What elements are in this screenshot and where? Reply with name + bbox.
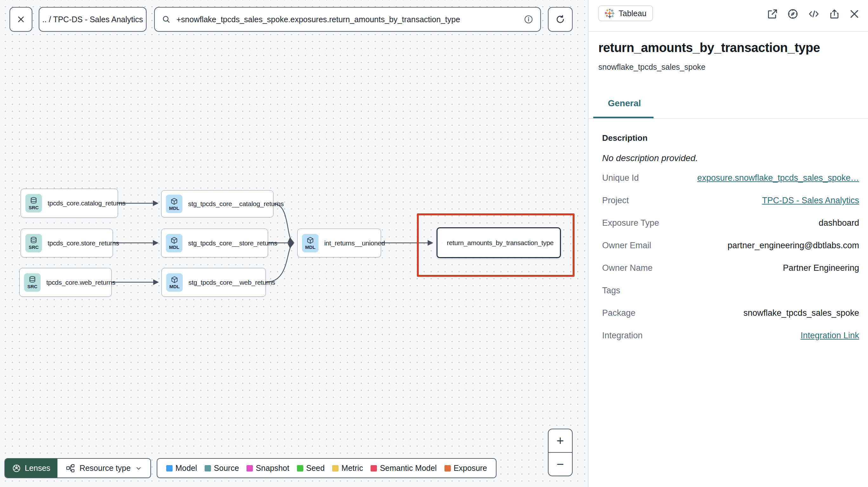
- breadcrumb[interactable]: .. / TPC-DS - Sales Analytics: [39, 7, 147, 32]
- chip-label: MDL: [169, 245, 180, 250]
- resource-type-icon: [66, 463, 75, 473]
- model-chip: MDL: [166, 273, 183, 292]
- chip-label: MDL: [169, 206, 180, 210]
- unique-id-link[interactable]: exposure.snowflake_tpcds_sales_spoke…: [697, 173, 859, 183]
- chip-label: SRC: [27, 284, 37, 289]
- legend-swatch: [297, 465, 303, 472]
- project-link[interactable]: TPC-DS - Sales Analytics: [762, 196, 859, 205]
- source-chip: SRC: [25, 194, 42, 213]
- database-icon: [30, 197, 37, 204]
- zoom-out-button[interactable]: −: [549, 453, 572, 476]
- lens-icon: [12, 464, 21, 473]
- graph-node-model-stg-store-returns[interactable]: MDL stg_tpcds_core__store_returns: [161, 229, 268, 257]
- model-chip: MDL: [166, 195, 182, 213]
- lineage-search: [154, 7, 541, 32]
- graph-node-model-stg-catalog-returns[interactable]: MDL stg_tpcds_core__catalog_returns: [161, 190, 274, 218]
- cube-icon: [171, 276, 178, 284]
- field-row-owner-email: Owner Email partner_engineering@dbtlabs.…: [602, 241, 859, 263]
- node-label: tpcds_core.catalog_returns: [48, 199, 126, 207]
- field-row-tags: Tags: [602, 286, 859, 308]
- chip-label: SRC: [29, 205, 39, 210]
- chevron-down-icon: [135, 465, 142, 472]
- refresh-icon: [555, 14, 565, 24]
- node-label: return_amounts_by_transaction_type: [447, 239, 554, 247]
- field-list: Unique Id exposure.snowflake_tpcds_sales…: [602, 173, 859, 353]
- cube-icon: [170, 197, 178, 205]
- code-icon[interactable]: [808, 8, 820, 19]
- lineage-canvas[interactable]: SRC tpcds_core.catalog_returns SRC tpcds…: [0, 0, 588, 487]
- close-panel-icon[interactable]: [849, 8, 860, 19]
- exposure-type-value: dashboard: [818, 218, 859, 228]
- tableau-icon: [605, 8, 615, 19]
- resource-title: return_amounts_by_transaction_type: [598, 40, 820, 55]
- owner-email-value: partner_engineering@dbtlabs.com: [727, 241, 859, 251]
- field-row-integration: Integration Integration Link: [602, 331, 859, 353]
- share-icon[interactable]: [829, 8, 840, 19]
- node-label: stg_tpcds_core__catalog_returns: [188, 200, 284, 208]
- legend-swatch: [247, 465, 253, 472]
- graph-node-source-catalog-returns[interactable]: SRC tpcds_core.catalog_returns: [21, 189, 118, 218]
- resource-package-subtitle: snowflake_tpcds_sales_spoke: [598, 62, 706, 72]
- node-label: int_returns__unioned: [324, 239, 385, 247]
- owner-name-value: Partner Engineering: [783, 263, 859, 273]
- field-row-package: Package snowflake_tpcds_sales_spoke: [602, 308, 859, 331]
- close-icon: [17, 15, 25, 24]
- tab-general[interactable]: General: [608, 98, 641, 108]
- lenses-button[interactable]: Lenses: [5, 459, 57, 478]
- description-value: No description provided.: [602, 153, 698, 163]
- cube-icon: [170, 236, 178, 244]
- legend-item-semantic-model: Semantic Model: [371, 463, 437, 473]
- legend-swatch: [205, 465, 211, 472]
- refresh-button[interactable]: [548, 7, 572, 32]
- resource-type-label: Resource type: [80, 463, 131, 473]
- legend-item-metric: Metric: [332, 463, 363, 473]
- node-label: stg_tpcds_core__web_returns: [188, 279, 275, 286]
- model-chip: MDL: [302, 234, 318, 252]
- package-value: snowflake_tpcds_sales_spoke: [743, 308, 859, 318]
- zoom-control: + −: [548, 429, 572, 476]
- search-icon: [162, 15, 171, 24]
- search-input[interactable]: [176, 14, 519, 24]
- graph-node-model-stg-web-returns[interactable]: MDL stg_tpcds_core__web_returns: [161, 268, 266, 297]
- close-lineage-button[interactable]: [9, 7, 32, 32]
- database-icon: [30, 236, 37, 244]
- graph-node-exposure-return-amounts[interactable]: return_amounts_by_transaction_type: [437, 227, 561, 258]
- legend-swatch: [371, 465, 377, 472]
- tableau-badge[interactable]: Tableau: [598, 5, 653, 21]
- cube-icon: [307, 236, 314, 244]
- graph-node-source-web-returns[interactable]: SRC tpcds_core.web_returns: [19, 268, 112, 297]
- resource-detail-panel: Tableau return_amounts_by_transaction_ty…: [588, 0, 868, 487]
- field-row-unique-id: Unique Id exposure.snowflake_tpcds_sales…: [602, 173, 859, 196]
- graph-node-model-int-returns-unioned[interactable]: MDL int_returns__unioned: [297, 229, 381, 257]
- zoom-in-button[interactable]: +: [549, 429, 572, 453]
- field-row-exposure-type: Exposure Type dashboard: [602, 218, 859, 241]
- panel-header-divider: [589, 31, 868, 32]
- explore-compass-icon[interactable]: [787, 8, 799, 20]
- node-label: tpcds_core.store_returns: [48, 239, 119, 247]
- source-chip: SRC: [24, 273, 41, 292]
- resource-type-dropdown[interactable]: Resource type: [57, 459, 150, 478]
- description-label: Description: [602, 133, 648, 143]
- graph-node-source-store-returns[interactable]: SRC tpcds_core.store_returns: [21, 229, 113, 257]
- model-chip: MDL: [166, 234, 182, 252]
- database-icon: [29, 276, 36, 284]
- integration-link[interactable]: Integration Link: [800, 331, 859, 340]
- tab-divider: [589, 118, 868, 119]
- chip-label: MDL: [305, 245, 316, 250]
- breadcrumb-label: .. / TPC-DS - Sales Analytics: [42, 15, 143, 24]
- chip-label: SRC: [29, 245, 39, 250]
- legend-item-exposure: Exposure: [444, 463, 487, 473]
- field-row-project: Project TPC-DS - Sales Analytics: [602, 196, 859, 218]
- node-label: stg_tpcds_core__store_returns: [188, 239, 277, 247]
- lenses-control: Lenses Resource type: [4, 458, 151, 478]
- field-row-owner-name: Owner Name Partner Engineering: [602, 263, 859, 286]
- info-icon[interactable]: [524, 14, 533, 24]
- open-external-icon[interactable]: [767, 8, 778, 19]
- source-chip: SRC: [25, 234, 42, 252]
- legend-item-snapshot: Snapshot: [247, 463, 289, 473]
- legend-item-source: Source: [205, 463, 239, 473]
- tableau-badge-label: Tableau: [619, 9, 647, 18]
- resource-type-legend: Model Source Snapshot Seed Metric Semant…: [157, 458, 496, 478]
- legend-swatch: [166, 465, 173, 472]
- chip-label: MDL: [169, 284, 180, 289]
